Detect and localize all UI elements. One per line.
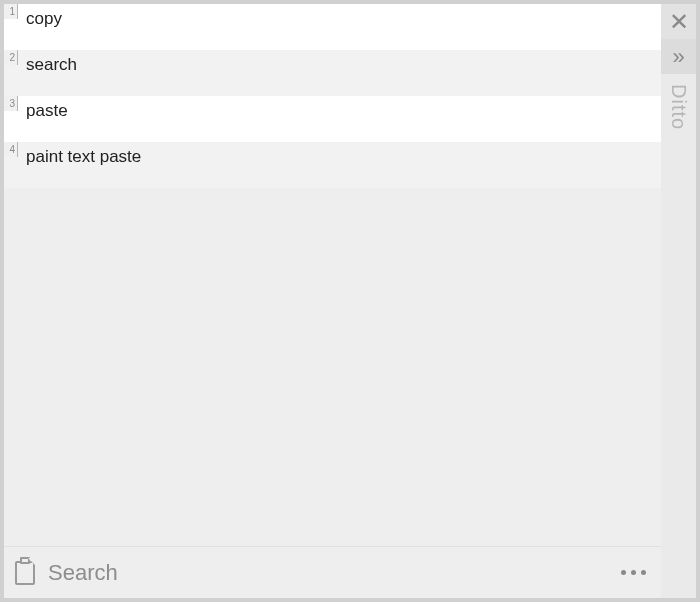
clipboard-icon[interactable] [14,560,36,586]
clip-index: 4 [4,142,18,157]
clip-list: 1 copy 2 search 3 paste 4 paint text pas… [4,4,661,546]
clip-item[interactable]: 4 paint text paste [4,142,661,188]
more-button[interactable] [615,558,651,588]
ditto-window: 1 copy 2 search 3 paste 4 paint text pas… [0,0,700,602]
collapse-button[interactable]: » [661,39,696,74]
close-button[interactable]: ✕ [661,4,696,39]
sidebar: ✕ » Ditto [661,4,696,598]
clip-text: search [18,50,85,76]
clip-index: 1 [4,4,18,19]
clip-index: 2 [4,50,18,65]
chevron-right-icon: » [672,44,684,70]
clip-text: paint text paste [18,142,149,168]
clip-text: paste [18,96,76,122]
clip-index: 3 [4,96,18,111]
clip-item[interactable]: 1 copy [4,4,661,50]
clip-item[interactable]: 2 search [4,50,661,96]
clip-text: copy [18,4,70,30]
close-icon: ✕ [669,10,689,34]
search-input[interactable] [48,560,603,586]
main-panel: 1 copy 2 search 3 paste 4 paint text pas… [4,4,661,598]
search-bar [4,546,661,598]
clip-item[interactable]: 3 paste [4,96,661,142]
app-title: Ditto [667,84,690,130]
